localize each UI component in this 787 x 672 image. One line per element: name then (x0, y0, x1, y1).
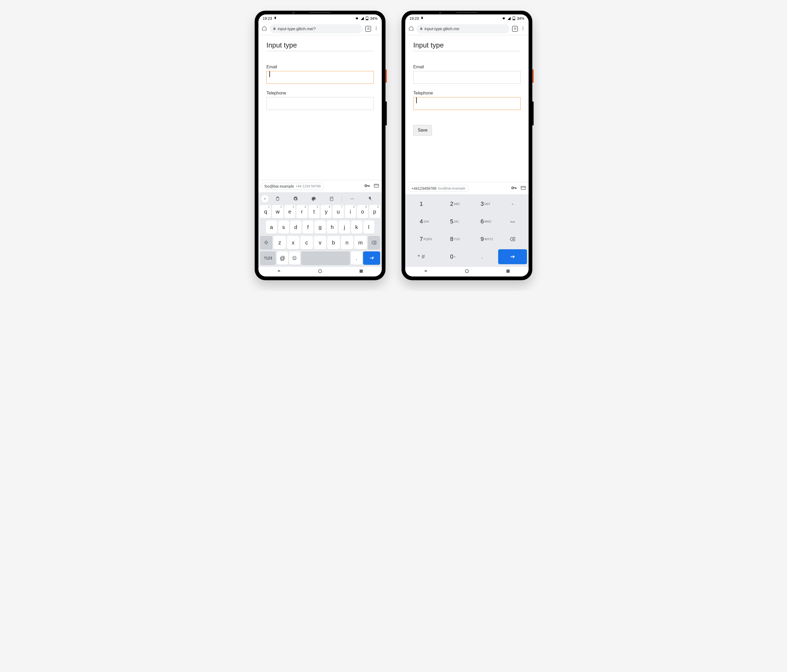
key-a[interactable]: a (266, 221, 277, 234)
card-icon[interactable] (374, 183, 379, 189)
numkey-8[interactable]: 8TUV (437, 232, 466, 247)
email-field[interactable] (266, 71, 374, 84)
key-z[interactable]: z (273, 236, 286, 249)
period-key[interactable]: . (351, 251, 362, 265)
shift-key[interactable] (260, 236, 272, 249)
at-key[interactable]: @ (277, 251, 288, 265)
omnibox[interactable]: input-type.glitch.me/? (270, 24, 362, 33)
page-title: Input type (413, 41, 521, 51)
nav-back-icon[interactable] (424, 269, 428, 274)
emoji-key[interactable] (289, 251, 300, 265)
numkey-⌫[interactable] (498, 232, 527, 247)
mode-key[interactable]: ?123 (260, 251, 276, 265)
palette-icon[interactable] (305, 195, 323, 203)
save-button[interactable]: Save (413, 125, 432, 136)
key-d[interactable]: d (290, 221, 302, 234)
nav-recent-icon[interactable] (359, 269, 363, 274)
numkey-5[interactable]: 5JKL (437, 214, 466, 229)
key-e[interactable]: e3 (284, 205, 295, 218)
key-h[interactable]: h (327, 221, 338, 234)
enter-key[interactable] (363, 251, 380, 265)
status-bar: 19:23 34% (258, 14, 382, 22)
autofill-suggestion[interactable]: +44123456789 foo@bar.example (408, 185, 469, 192)
key-s[interactable]: s (278, 221, 289, 234)
more-icon[interactable] (343, 195, 361, 203)
tab-switcher[interactable]: :D (365, 26, 371, 32)
numkey--[interactable]: - (498, 196, 527, 211)
telephone-field[interactable] (266, 97, 374, 110)
numkey-7[interactable]: 7PQRS (407, 232, 436, 247)
key-c[interactable]: c (300, 236, 313, 249)
numkey-* #[interactable]: * # (407, 249, 436, 264)
key-q[interactable]: q1 (260, 205, 271, 218)
nav-home-icon[interactable] (318, 269, 322, 274)
key-m[interactable]: m (354, 236, 367, 249)
key-v[interactable]: v (314, 236, 326, 249)
telephone-field[interactable] (413, 97, 521, 110)
key-f[interactable]: f (302, 221, 314, 234)
kb-back-icon[interactable] (261, 195, 269, 203)
key-n[interactable]: n (341, 236, 353, 249)
lock-icon (273, 27, 276, 31)
page-content: Input type Email Telephone (258, 35, 382, 180)
numkey-␣[interactable] (498, 214, 527, 229)
home-icon[interactable] (262, 25, 267, 32)
tab-switcher[interactable]: :D (512, 26, 518, 32)
svg-point-17 (318, 270, 322, 273)
space-key[interactable] (301, 251, 350, 265)
status-bar: 19:23 34% (405, 14, 529, 22)
gear-icon[interactable] (287, 195, 305, 203)
numkey-0[interactable]: 0+ (437, 249, 466, 264)
key-x[interactable]: x (287, 236, 299, 249)
svg-point-11 (351, 199, 351, 199)
numkey-→[interactable] (498, 249, 527, 264)
svg-rect-28 (506, 270, 510, 273)
url-text: input-type.glitch.me/? (278, 27, 316, 31)
key-i[interactable]: i8 (345, 205, 356, 218)
svg-rect-1 (367, 17, 368, 17)
backspace-key[interactable] (368, 236, 380, 249)
battery-percent: 34% (370, 16, 378, 21)
nav-recent-icon[interactable] (506, 269, 510, 274)
omnibox[interactable]: input-type.glitch.me (416, 24, 509, 33)
key-r[interactable]: r4 (296, 205, 307, 218)
numkey-9[interactable]: 9WXYZ (468, 232, 496, 247)
numkey-4[interactable]: 4GHI (407, 214, 436, 229)
numkey-.[interactable]: . (468, 249, 496, 264)
key-k[interactable]: k (351, 221, 362, 234)
key-b[interactable]: b (327, 236, 340, 249)
key-g[interactable]: g (314, 221, 326, 234)
svg-point-14 (292, 256, 296, 260)
numkey-1[interactable]: 1 (407, 196, 436, 211)
key-l[interactable]: l (363, 221, 375, 234)
key-o[interactable]: o9 (357, 205, 368, 218)
card-icon[interactable] (521, 185, 526, 192)
numkey-2[interactable]: 2ABC (437, 196, 466, 211)
numkey-6[interactable]: 6MNO (468, 214, 496, 229)
key-icon[interactable] (511, 185, 517, 192)
key-w[interactable]: w2 (272, 205, 283, 218)
clipboard-icon[interactable] (269, 195, 287, 203)
svg-point-15 (294, 257, 294, 258)
nav-back-icon[interactable] (277, 269, 281, 274)
menu-icon[interactable] (521, 26, 525, 32)
status-time: 19:23 (263, 16, 272, 21)
key-p[interactable]: p0 (369, 205, 380, 218)
tablet-icon[interactable] (323, 195, 341, 203)
menu-icon[interactable] (374, 26, 379, 32)
key-j[interactable]: j (339, 221, 350, 234)
key-y[interactable]: y6 (321, 205, 332, 218)
home-icon[interactable] (408, 25, 414, 32)
email-field[interactable] (413, 71, 521, 84)
nav-home-icon[interactable] (465, 269, 469, 274)
telephone-label: Telephone (413, 91, 521, 96)
key-t[interactable]: t5 (308, 205, 319, 218)
svg-point-6 (365, 185, 367, 186)
numkey-3[interactable]: 3DEF (468, 196, 496, 211)
browser-bar: input-type.glitch.me :D (405, 22, 529, 35)
key-u[interactable]: u7 (333, 205, 344, 218)
autofill-suggestion[interactable]: foo@bar.example +44 1234 56789 (261, 183, 324, 190)
svg-point-16 (295, 257, 296, 258)
key-icon[interactable] (364, 183, 370, 190)
mic-off-icon[interactable] (361, 195, 379, 203)
